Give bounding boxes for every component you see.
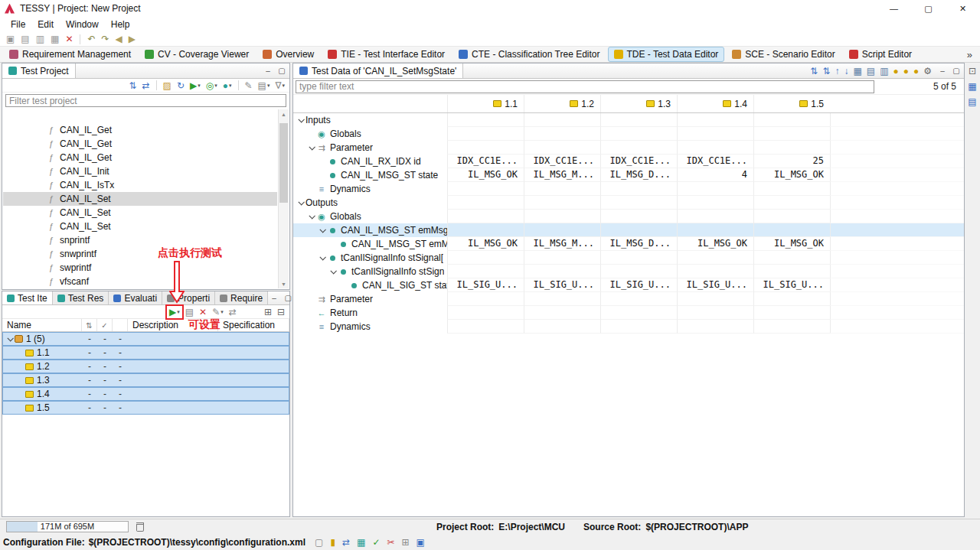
data-cell[interactable]: IDX_CC1E... (600, 155, 677, 168)
coverage-icon[interactable]: ◎▾ (204, 80, 219, 91)
data-cell[interactable] (447, 265, 524, 278)
perspective-cte-classification-tree-editor[interactable]: CTE - Classification Tree Editor (452, 47, 606, 62)
restore-pane-icon[interactable]: ⊡ (967, 66, 978, 76)
data-row[interactable]: ≡Dynamics (293, 320, 964, 334)
perspective-tde-test-data-editor[interactable]: TDE - Test Data Editor (608, 47, 725, 62)
new-module-icon[interactable]: ▨ (162, 80, 173, 91)
filter-icon[interactable]: ∇▾ (273, 80, 286, 91)
data-cell[interactable]: IL_SIG_U... (447, 278, 524, 292)
perspective-requirement-management[interactable]: Requirement Management (3, 47, 137, 62)
chevron-down-icon[interactable] (298, 116, 304, 122)
test-item-row[interactable]: 1.2--- (2, 360, 289, 373)
test-item-row[interactable]: 1.1--- (2, 346, 289, 360)
chevron-down-icon[interactable] (319, 226, 325, 233)
data-cell[interactable] (524, 196, 600, 210)
test-project-item[interactable]: ƒCAN_IL_Set (3, 206, 277, 220)
test-project-item[interactable]: ƒCAN_IL_IsTx (3, 178, 277, 192)
settings-icon[interactable]: ⚙ (922, 66, 933, 76)
table-view-icon[interactable]: ▦ (851, 66, 863, 76)
data-cell[interactable]: IL_MSG_M... (524, 168, 600, 182)
collapse-all-icon[interactable]: ⊟ (276, 307, 286, 317)
data-row[interactable]: tCanIlSignalInfo stSign (293, 265, 964, 278)
save-all-icon[interactable]: ▤ (19, 34, 31, 44)
garbage-collect-button[interactable] (136, 522, 144, 532)
column-config-icon[interactable]: ▥ (878, 66, 890, 76)
perspective-script-editor[interactable]: Script Editor (843, 47, 918, 62)
data-cell[interactable] (753, 223, 830, 237)
views-icon[interactable]: ▣ (415, 537, 426, 548)
data-cell[interactable] (447, 306, 524, 320)
data-cell[interactable] (753, 306, 830, 320)
test-project-item[interactable]: ƒCAN_IL_Init (3, 164, 277, 178)
data-cell[interactable] (753, 210, 830, 223)
test-project-item[interactable]: ƒCAN_IL_Get (3, 151, 277, 164)
data-cell[interactable] (753, 182, 830, 196)
data-row[interactable]: ◉Globals (293, 210, 964, 223)
fast-view-icon-1[interactable]: ▦ (966, 81, 978, 92)
perspective-sce-scenario-editor[interactable]: SCE - Scenario Editor (726, 47, 841, 62)
column-header-sort[interactable] (82, 319, 97, 331)
data-cell[interactable]: IL_SIG_U... (600, 278, 677, 292)
test-item-row[interactable]: 1.4--- (2, 387, 289, 401)
maximize-view-button[interactable] (950, 65, 962, 77)
data-cell[interactable] (600, 320, 677, 334)
data-cell[interactable] (753, 113, 830, 127)
test-data-tab[interactable]: Test Data of 'CAN_IL_SetMsgState' (293, 63, 463, 78)
scroll-down-icon[interactable] (279, 279, 289, 288)
data-cell[interactable]: IL_MSG_OK (447, 168, 524, 182)
menu-window[interactable]: Window (60, 18, 105, 31)
export-data-icon[interactable]: ● (902, 66, 910, 76)
menu-help[interactable]: Help (105, 18, 136, 31)
column-header-status[interactable] (97, 319, 113, 331)
data-cell[interactable] (753, 320, 830, 334)
data-cell[interactable] (753, 292, 830, 306)
data-cell[interactable] (447, 127, 524, 141)
perspective-tie-test-interface-editor[interactable]: TIE - Test Interface Editor (322, 47, 451, 62)
data-cell[interactable]: IL_MSG_OK (677, 237, 753, 251)
data-cell[interactable]: IL_MSG_OK (447, 237, 524, 251)
test-project-item[interactable]: ƒCAN_IL_Get (3, 123, 277, 137)
type-filter-input[interactable] (296, 80, 874, 93)
data-cell[interactable] (677, 320, 753, 334)
fast-view-icon-2[interactable]: ▤ (966, 96, 978, 107)
menu-edit[interactable]: Edit (31, 18, 60, 31)
column-header-name[interactable]: Name (2, 319, 82, 331)
data-cell[interactable] (753, 251, 830, 265)
data-cell[interactable] (600, 306, 677, 320)
menu-file[interactable]: File (5, 18, 31, 31)
data-cell[interactable] (447, 320, 524, 334)
data-cell[interactable] (753, 196, 830, 210)
data-cell[interactable] (524, 182, 600, 196)
chevron-down-icon[interactable] (309, 213, 315, 219)
data-cell[interactable]: IL_MSG_OK (753, 168, 830, 182)
maximize-view-button[interactable] (276, 65, 288, 77)
data-row[interactable]: Inputs (293, 113, 964, 127)
grid-icon[interactable]: ⊞ (400, 537, 411, 548)
data-cell[interactable] (524, 113, 600, 127)
add-teststep-icon[interactable]: ⇅ (821, 66, 831, 76)
data-cell[interactable] (677, 306, 753, 320)
forward-icon[interactable]: ▶ (127, 34, 137, 44)
scroll-up-icon[interactable] (279, 109, 289, 119)
data-cell[interactable]: IL_MSG_D... (600, 237, 677, 251)
data-cell[interactable]: IL_MSG_D... (600, 168, 677, 182)
data-cell[interactable] (600, 182, 677, 196)
data-cell[interactable] (677, 265, 753, 278)
column-header-specification[interactable]: Specification (218, 319, 289, 331)
data-cell[interactable]: IL_SIG_U... (524, 278, 600, 292)
data-row[interactable]: CAN_IL_MSG_ST stateIL_MSG_OKIL_MSG_M...I… (293, 168, 964, 182)
data-cell[interactable] (677, 182, 753, 196)
data-cell[interactable] (600, 265, 677, 278)
data-row[interactable]: CAN_IL_MSG_ST emMIL_MSG_OKIL_MSG_M...IL_… (293, 237, 964, 251)
data-cell[interactable] (447, 210, 524, 223)
save-icon[interactable]: ▣ (5, 34, 16, 44)
data-cell[interactable] (677, 127, 753, 141)
link-icon[interactable]: ⇄ (227, 307, 238, 317)
test-project-tab[interactable]: Test Project (2, 63, 76, 78)
data-cell[interactable] (753, 141, 830, 155)
data-cell[interactable] (677, 210, 753, 223)
minimize-button[interactable]: — (877, 0, 911, 17)
data-cell[interactable]: IL_SIG_U... (677, 278, 753, 292)
test-project-item[interactable]: ƒCAN_IL_Set (3, 192, 277, 206)
add-testcase-icon[interactable]: ⇅ (808, 66, 819, 76)
